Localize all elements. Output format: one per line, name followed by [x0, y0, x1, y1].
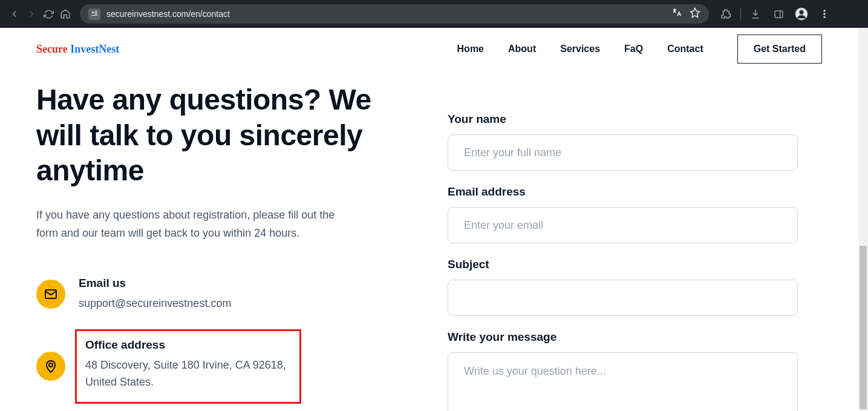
extensions-icon[interactable]	[717, 5, 734, 22]
left-column: Have any questions? We will talk to you …	[36, 82, 423, 411]
message-textarea[interactable]	[448, 352, 798, 411]
subject-input[interactable]	[448, 280, 798, 316]
downloads-icon[interactable]	[747, 5, 764, 22]
address-label: Office address	[85, 338, 291, 352]
email-value: support@secureinvestnest.com	[79, 295, 231, 312]
reload-button[interactable]	[40, 5, 57, 22]
page-heading: Have any questions? We will talk to you …	[36, 82, 399, 189]
forward-button[interactable]	[23, 5, 40, 22]
name-label: Your name	[448, 113, 798, 126]
contact-email-row: Email us support@secureinvestnest.com	[36, 277, 399, 312]
scrollbar-thumb[interactable]	[860, 246, 867, 409]
logo-part1: Secure	[36, 43, 68, 55]
get-started-button[interactable]: Get Started	[737, 35, 822, 64]
svg-rect-1	[775, 10, 783, 17]
nav-faq[interactable]: FaQ	[624, 44, 643, 54]
menu-dots-icon[interactable]	[816, 5, 833, 22]
logo-part2: InvestNest	[68, 43, 120, 55]
nav-home[interactable]: Home	[457, 44, 484, 54]
svg-point-8	[49, 363, 53, 367]
email-input[interactable]	[448, 207, 798, 243]
page-subtext: If you have any questions about registra…	[36, 206, 351, 243]
email-label: Email us	[79, 277, 231, 290]
svg-point-4	[824, 10, 826, 12]
url-text: secureinvestnest.com/en/contact	[106, 9, 230, 19]
address-bar[interactable]: secureinvestnest.com/en/contact	[80, 4, 709, 24]
site-logo[interactable]: Secure InvestNest	[36, 43, 119, 56]
location-pin-icon	[36, 352, 65, 381]
nav-services[interactable]: Services	[560, 44, 600, 54]
subject-label: Subject	[448, 258, 798, 271]
side-panel-icon[interactable]	[770, 5, 787, 22]
browser-toolbar: secureinvestnest.com/en/contact	[0, 0, 868, 28]
profile-avatar[interactable]	[793, 5, 810, 22]
site-header: Secure InvestNest Home About Services Fa…	[0, 28, 858, 70]
mail-icon	[36, 280, 65, 309]
vertical-scrollbar[interactable]	[858, 28, 868, 411]
bookmark-star-icon[interactable]	[690, 7, 700, 21]
address-value: 48 Discovery, Suite 180 Irvine, CA 92618…	[85, 357, 291, 392]
contact-address-row: Office address 48 Discovery, Suite 180 I…	[36, 329, 399, 404]
svg-point-3	[799, 10, 803, 15]
nav-links: Home About Services FaQ Contact	[457, 44, 703, 54]
right-column-form: Your name Email address Subject Write yo…	[423, 82, 822, 411]
name-input[interactable]	[448, 134, 798, 171]
translate-icon[interactable]	[671, 7, 682, 21]
back-button[interactable]	[6, 5, 23, 22]
toolbar-divider	[740, 8, 741, 19]
message-label: Write your message	[448, 330, 798, 344]
nav-contact[interactable]: Contact	[667, 44, 703, 54]
home-button[interactable]	[57, 5, 74, 22]
svg-point-6	[824, 16, 826, 18]
nav-about[interactable]: About	[508, 44, 536, 54]
address-highlight-box: Office address 48 Discovery, Suite 180 I…	[75, 329, 301, 404]
page-content: Secure InvestNest Home About Services Fa…	[0, 28, 858, 411]
svg-point-0	[93, 12, 94, 13]
email-field-label: Email address	[448, 185, 798, 199]
site-info-icon[interactable]	[88, 8, 100, 20]
svg-point-5	[824, 13, 826, 15]
